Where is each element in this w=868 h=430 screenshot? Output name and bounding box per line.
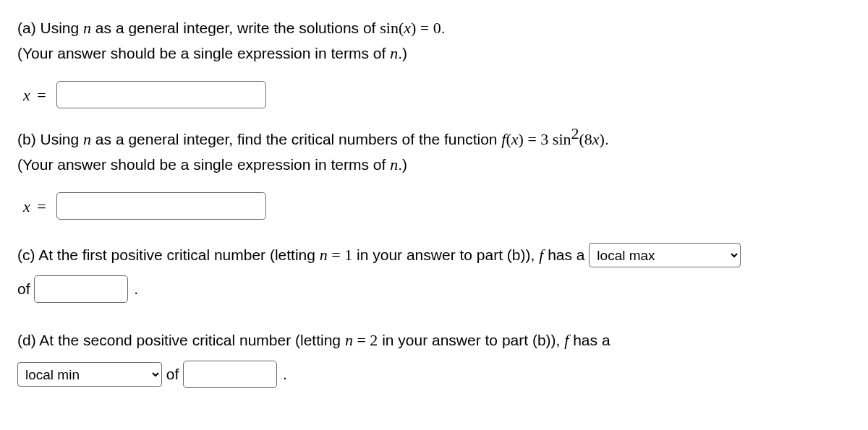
var-x: x [592, 130, 600, 148]
part-c-select[interactable]: local max [589, 243, 741, 267]
text: has a [569, 332, 610, 348]
part-b-input[interactable] [56, 192, 266, 220]
text: as a general integer, find the critical … [91, 131, 501, 147]
part-a-input[interactable] [56, 81, 266, 108]
part-b-prompt: (b) Using n as a general integer, find t… [17, 127, 851, 151]
part-d: (d) At the second positive critical numb… [17, 324, 851, 390]
part-a: (a) Using n as a general integer, write … [17, 16, 851, 108]
text: as a general integer, write the solution… [91, 20, 380, 36]
var-n: n [390, 44, 398, 62]
rhs-exp: 2 [571, 124, 579, 142]
of-label: of [17, 280, 30, 297]
part-c: (c) At the first positive critical numbe… [17, 238, 851, 305]
paren: ) [519, 130, 524, 148]
text: has a [543, 246, 589, 263]
var-x: x [511, 130, 519, 148]
math-eq: ) = 0 [411, 19, 441, 37]
paren: ( [506, 130, 511, 148]
text: .) [398, 156, 407, 173]
var-x: x [404, 19, 411, 37]
math-sin: sin( [380, 19, 404, 37]
x-equals-label: x = [23, 83, 49, 107]
text: (Your answer should be a single expressi… [17, 45, 390, 61]
text: . [605, 131, 609, 147]
part-a-hint: (Your answer should be a single expressi… [17, 41, 851, 65]
x-equals-label: x = [23, 194, 49, 218]
text: in your answer to part (b)), [352, 246, 539, 263]
val: 2 [370, 331, 378, 349]
part-a-answer-row: x = [17, 81, 851, 108]
text: (c) At the first positive critical numbe… [17, 246, 320, 263]
var-n: n [390, 155, 398, 173]
text: . [441, 20, 446, 36]
var-n: n [83, 19, 91, 37]
text: (Your answer should be a single expressi… [17, 156, 390, 173]
rhs-coef: 3 sin [540, 130, 571, 148]
equals: = [524, 130, 540, 148]
var-n: n [345, 331, 353, 349]
part-a-prompt: (a) Using n as a general integer, write … [17, 16, 851, 40]
text: .) [398, 45, 407, 61]
equals: = [353, 331, 370, 349]
var-n: n [320, 246, 328, 264]
part-c-input[interactable] [34, 275, 128, 303]
text: (d) At the second positive critical numb… [17, 332, 345, 348]
part-b: (b) Using n as a general integer, find t… [17, 127, 851, 220]
rhs-close: ) [600, 130, 605, 148]
var-n: n [83, 130, 91, 148]
rhs-arg: (8 [579, 130, 592, 148]
text: (a) Using [17, 20, 83, 36]
equals: = [328, 246, 344, 264]
part-d-select[interactable]: local min [17, 362, 162, 387]
part-b-hint: (Your answer should be a single expressi… [17, 152, 851, 176]
part-d-input[interactable] [183, 361, 277, 388]
period: . [134, 280, 138, 297]
of-label: of [166, 366, 179, 382]
part-b-answer-row: x = [17, 192, 851, 220]
text: in your answer to part (b)), [378, 332, 564, 348]
val: 1 [344, 246, 352, 264]
period: . [283, 366, 287, 382]
text: (b) Using [17, 131, 83, 147]
